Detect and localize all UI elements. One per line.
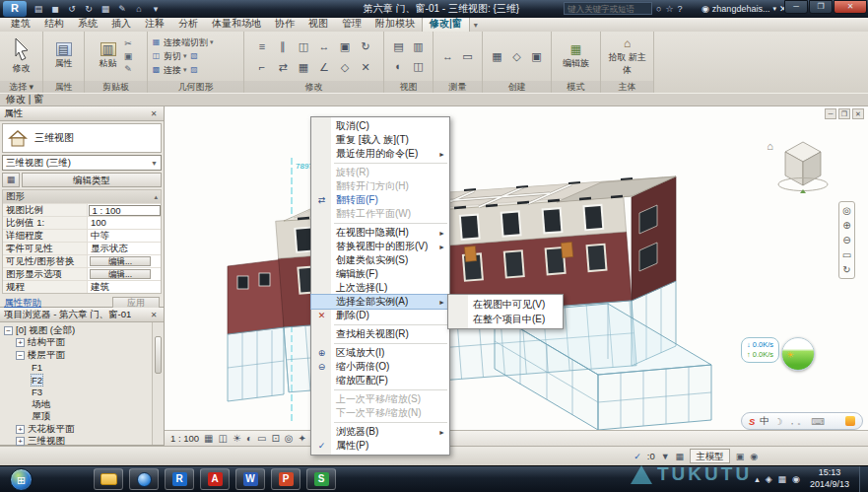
copy-icon[interactable]: ▣ [122,50,135,62]
type-preview[interactable]: 三维视图 [2,123,162,153]
crop-region-icon[interactable]: ⊡ [271,433,279,444]
selector-grid-icon[interactable]: ▦ [2,173,20,187]
geometry-extra2-icon[interactable]: ▨ [189,65,200,75]
acceleration-ball[interactable]: ☀ [781,337,815,371]
favorites-star-icon[interactable]: ☆ [665,4,673,14]
create-group-icon[interactable]: ▦ [489,47,506,65]
create-assembly-icon[interactable]: ▣ [528,47,546,65]
menu-item-delete[interactable]: ✕删除(D) [311,309,449,322]
edit-type-button[interactable]: 编辑类型 [22,173,162,187]
temporary-hide-icon[interactable]: ◎ [285,433,294,444]
redo-icon[interactable]: ↻ [82,3,96,16]
exclude-options-icon[interactable]: ◉ [750,452,758,461]
tab-systems[interactable]: 系统 [71,16,104,32]
menu-item-last-selection[interactable]: 上次选择(L) [311,281,449,295]
tab-collaborate[interactable]: 协作 [268,16,301,32]
tray-expand-icon[interactable]: ▴ [755,474,760,484]
view-minimize-icon[interactable]: ─ [825,108,836,119]
ribbon-state-dropdown-icon[interactable]: ▾ [470,19,482,32]
type-selector-dropdown[interactable]: 三维视图 (三维) ▼ [2,155,162,171]
dimension-icon[interactable]: ▭ [459,47,477,65]
zoom-in-icon[interactable]: ⊕ [842,220,850,231]
home-view-icon[interactable]: ⌂ [132,3,146,16]
properties-header[interactable]: 属性 ✕ [0,106,164,121]
ime-punctuation[interactable]: ，。 [787,415,806,428]
cut-icon[interactable]: ✂ [122,37,135,49]
ime-skin-icon[interactable] [845,416,855,426]
view-scale-value[interactable]: 1 : 100 [89,205,161,216]
view-extra-icon[interactable]: ◫ [410,57,428,75]
align-tool-icon[interactable]: ≡ [252,36,272,56]
menu-item-zoom-to-fit[interactable]: 缩放匹配(F) [311,374,449,387]
browser-scrollbar[interactable] [152,322,164,445]
visual-style-icon[interactable]: ◫ [219,433,228,444]
undo-icon[interactable]: ↺ [65,3,79,16]
menu-item-recent-commands[interactable]: 最近使用的命令(E)► [311,147,449,161]
tab-architecture[interactable]: 建筑 [4,16,37,32]
tab-annotate[interactable]: 注释 [138,16,171,32]
3d-building-model[interactable]: 7897.5 [165,106,868,446]
signed-in-user[interactable]: ◉ zhangdehais... ▾ ✕ [701,4,786,14]
collapse-icon[interactable]: − [4,326,13,335]
close-icon[interactable]: ✕ [148,109,160,118]
browser-taskbar-button[interactable] [129,468,159,490]
sun-path-icon[interactable]: ☀ [233,433,241,444]
pin-tool-icon[interactable]: ◇ [335,57,355,77]
word-taskbar-button[interactable]: W [235,468,265,490]
shadows-icon[interactable]: ◐ [246,433,252,444]
sogou-logo-icon[interactable]: S [749,416,755,427]
delete-tool-icon[interactable]: ✕ [356,57,375,77]
restore-button[interactable]: ❐ [809,0,833,14]
close-button[interactable]: ✕ [834,0,867,14]
detail-level-icon[interactable]: ▦ [204,433,213,444]
tab-addins[interactable]: 附加模块 [368,16,422,32]
editable-only-check-icon[interactable]: ✓ [634,452,641,461]
open-icon[interactable]: ▤ [32,3,45,16]
tree-item-f3[interactable]: F3 [2,387,164,399]
select-underlay-icon[interactable]: ▦ [676,452,685,461]
qat-dropdown-icon[interactable]: ▾ [149,3,163,16]
submenu-item-visible-in-view[interactable]: 在视图中可见(V) [448,297,563,312]
menu-item-zoom-in-region[interactable]: ⊕区域放大(I) [311,346,449,360]
tray-network-icon[interactable]: ▦ [778,474,787,484]
viewcube[interactable] [775,136,831,195]
collapse-icon[interactable]: − [16,351,25,360]
menu-item-hide-in-view[interactable]: 在视图中隐藏(H)► [311,226,449,240]
tree-item-floor-plans[interactable]: − 楼层平面 [2,349,164,362]
mirror-tool-icon[interactable]: ◫ [294,36,313,56]
scrollbar-thumb[interactable] [155,336,162,374]
split-tool-icon[interactable]: ⇄ [273,57,293,77]
collapse-caret-icon[interactable]: ▴ [154,193,158,201]
search-input[interactable] [564,2,652,15]
measure-icon[interactable]: ✎ [115,3,129,16]
join-end-cut-button[interactable]: ▦ 连接端切割▾ [151,36,240,49]
offset-tool-icon[interactable]: ∥ [273,36,293,56]
edit-family-button[interactable]: ▦ 编辑族 [561,41,591,71]
sogou-taskbar-button[interactable]: S [306,468,336,490]
tab-structure[interactable]: 结构 [37,16,71,32]
drawing-area[interactable]: 7897.5 [164,106,868,446]
tree-item-f1[interactable]: F1 [2,362,164,375]
taskbar-clock[interactable]: 15:13 2014/9/13 [810,467,849,490]
trim-tool-icon[interactable]: ⌐ [252,57,272,77]
tab-manage[interactable]: 管理 [335,16,368,32]
powerpoint-taskbar-button[interactable]: P [271,468,300,490]
worksets-icon[interactable]: ▣ [736,452,745,461]
explorer-taskbar-button[interactable] [94,468,123,490]
cut-geometry-button[interactable]: ◫ 剪切▾ ▧ [151,50,240,63]
tree-item-site[interactable]: 场地 [2,398,164,411]
menu-item-flip-face[interactable]: ⇄翻转面(F) [311,193,449,207]
match-type-icon[interactable]: ✎ [122,63,135,75]
group-header-graphics[interactable]: 图形 ▴ [3,190,161,203]
join-geometry-button[interactable]: ▩ 连接▾ ▨ [151,64,240,77]
viewcube-home-icon[interactable]: ⌂ [767,140,773,152]
rotate-tool-icon[interactable]: ↻ [356,36,375,56]
expand-icon[interactable]: + [16,437,25,446]
view-restore-icon[interactable]: ❐ [838,108,850,119]
tab-analyze[interactable]: 分析 [171,16,205,32]
edit-graphics-options-button[interactable]: 编辑... [90,269,151,279]
copy-tool-icon[interactable]: ▣ [335,36,355,56]
pick-new-host-button[interactable]: ⌂ 拾取 新主体 [604,35,651,78]
menu-item-cancel[interactable]: 取消(C) [311,119,449,133]
tray-security-icon[interactable]: ◈ [766,474,772,484]
